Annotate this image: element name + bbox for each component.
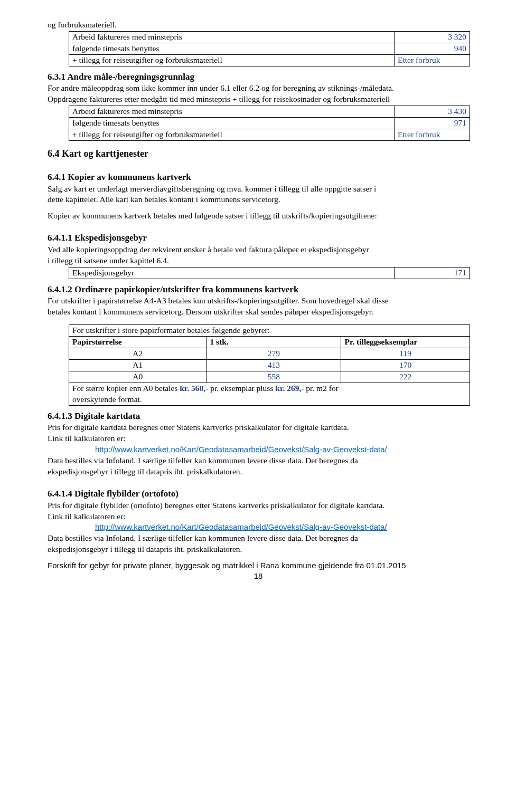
body-text: Link til kalkulatoren er: bbox=[48, 434, 469, 444]
heading-6414: 6.4.1.4 Digitale flybilder (ortofoto) bbox=[48, 489, 469, 500]
body-text: ekspedisjonsgebyr i tillegg til datapris… bbox=[48, 467, 469, 477]
table-row: Ekspedisjonsgebyr 171 bbox=[69, 267, 470, 279]
cell-value: 940 bbox=[395, 43, 470, 54]
table-row: Arbeid faktureres med minstepris 3 430 bbox=[69, 106, 470, 118]
cell-value: 3 430 bbox=[395, 106, 470, 118]
cell-value: 279 bbox=[206, 348, 341, 360]
link-line: http://www.kartverket.no/Kart/Geodatasam… bbox=[48, 445, 469, 455]
heading-631: 6.3.1 Andre måle-/beregningsgrunnlag bbox=[48, 72, 469, 83]
table-row: + tillegg for reiseutgifter og forbruksm… bbox=[69, 129, 470, 140]
cell-value: 119 bbox=[341, 348, 470, 360]
cell-value: 171 bbox=[395, 267, 470, 279]
cell-label: Arbeid faktureres med minstepris bbox=[69, 106, 395, 118]
cell-size: A1 bbox=[69, 360, 206, 371]
text-part: pr. m2 for bbox=[304, 384, 338, 393]
cell-value: Etter forbruk bbox=[395, 129, 470, 140]
price-bold: kr. 269,- bbox=[275, 384, 304, 393]
link-line: http://www.kartverket.no/Kart/Geodatasam… bbox=[48, 522, 469, 532]
heading-64: 6.4 Kart og karttjenester bbox=[48, 148, 469, 160]
table-minstepris-2: Arbeid faktureres med minstepris 3 430 f… bbox=[69, 106, 470, 141]
heading-6413: 6.4.1.3 Digitale kartdata bbox=[48, 411, 469, 422]
price-bold: kr. 568,- bbox=[180, 384, 208, 393]
body-text: dette kapittelet. Alle kart kan betales … bbox=[48, 195, 469, 205]
heading-6411: 6.4.1.1 Ekspedisjonsgebyr bbox=[48, 233, 469, 244]
cell-size: A2 bbox=[69, 348, 206, 360]
table-row: A0 558 222 bbox=[69, 371, 470, 383]
cell-value: 413 bbox=[206, 360, 341, 371]
table-row: A2 279 119 bbox=[69, 348, 470, 360]
cell-size: A0 bbox=[69, 371, 206, 383]
table-header-row: Papirstørrelse 1 stk. Pr. tilleggseksemp… bbox=[69, 337, 470, 348]
kartverket-link[interactable]: http://www.kartverket.no/Kart/Geodatasam… bbox=[95, 522, 387, 531]
body-text: ekspedisjonsgebyr i tillegg til datapris… bbox=[48, 544, 469, 555]
col-header: Papirstørrelse bbox=[69, 337, 206, 348]
col-header: 1 stk. bbox=[206, 337, 341, 348]
cell-value: 170 bbox=[341, 360, 470, 371]
table-row: følgende timesats benyttes 971 bbox=[69, 118, 470, 129]
kartverket-link[interactable]: http://www.kartverket.no/Kart/Geodatasam… bbox=[95, 445, 387, 454]
table-row: Arbeid faktureres med minstepris 3 320 bbox=[69, 31, 470, 43]
table-ekspedisjon: Ekspedisjonsgebyr 171 bbox=[69, 267, 470, 279]
cell-label: Ekspedisjonsgebyr bbox=[69, 267, 395, 279]
heading-641: 6.4.1 Kopier av kommunens kartverk bbox=[48, 172, 469, 183]
body-text: For andre måleoppdrag som ikke kommer in… bbox=[48, 83, 469, 93]
body-text: Pris for digitale flybilder (ortofoto) b… bbox=[48, 501, 469, 511]
body-text: betales kontant i kommunens servicetorg.… bbox=[48, 307, 469, 317]
table-footnote: overskytende format. bbox=[69, 394, 470, 405]
cell-value: 558 bbox=[206, 371, 341, 383]
cell-value: 971 bbox=[395, 118, 470, 129]
cell-label: Arbeid faktureres med minstepris bbox=[69, 31, 395, 43]
cell-label: + tillegg for reiseutgifter og forbruksm… bbox=[69, 129, 395, 140]
table-row: overskytende format. bbox=[69, 394, 470, 405]
cell-value: Etter forbruk bbox=[395, 54, 470, 66]
body-text: Oppdragene faktureres etter medgått tid … bbox=[48, 94, 469, 104]
cell-label: følgende timesats benyttes bbox=[69, 43, 395, 54]
table-row: + tillegg for reiseutgifter og forbruksm… bbox=[69, 54, 470, 66]
body-text: Ved alle kopieringsoppdrag der rekvirent… bbox=[48, 245, 469, 255]
body-text: og forbruksmateriell. bbox=[48, 20, 469, 30]
body-text: Link til kalkulatoren er: bbox=[48, 512, 469, 522]
table-papirformat: For utskrifter i store papirformater bet… bbox=[69, 324, 470, 405]
col-header: Pr. tilleggseksemplar bbox=[341, 337, 470, 348]
body-text: Kopier av kommunens kartverk betales med… bbox=[48, 211, 469, 221]
table-row: For utskrifter i store papirformater bet… bbox=[69, 325, 470, 337]
cell-label: + tillegg for reiseutgifter og forbruksm… bbox=[69, 54, 395, 66]
text-part: pr. eksemplar pluss bbox=[208, 384, 275, 393]
body-text: Salg av kart er underlagt merverdiavgift… bbox=[48, 184, 469, 194]
table-row: A1 413 170 bbox=[69, 360, 470, 371]
body-text: i tillegg til satsene under kapittel 6.4… bbox=[48, 256, 469, 266]
body-text: Data bestilles via Infoland. I særlige t… bbox=[48, 456, 469, 466]
body-text: Data bestilles via Infoland. I særlige t… bbox=[48, 533, 469, 543]
body-text: For utskrifter i papirstørrelse A4-A3 be… bbox=[48, 296, 469, 306]
table-footnote: For større kopier enn A0 betales kr. 568… bbox=[69, 383, 470, 394]
heading-6412: 6.4.1.2 Ordinære papirkopier/utskrifter … bbox=[48, 284, 469, 295]
cell-value: 3 320 bbox=[395, 31, 470, 43]
cell-value: 222 bbox=[341, 371, 470, 383]
body-text: Pris for digitale kartdata beregnes ette… bbox=[48, 423, 469, 433]
page-number: 18 bbox=[48, 571, 469, 581]
table-row: følgende timesats benyttes 940 bbox=[69, 43, 470, 54]
cell-label: følgende timesats benyttes bbox=[69, 118, 395, 129]
table-caption: For utskrifter i store papirformater bet… bbox=[69, 325, 470, 337]
table-row: For større kopier enn A0 betales kr. 568… bbox=[69, 383, 470, 394]
text-part: For større kopier enn A0 betales bbox=[72, 384, 180, 393]
page-footer: Forskrift for gebyr for private planer, … bbox=[48, 561, 469, 570]
table-minstepris-1: Arbeid faktureres med minstepris 3 320 f… bbox=[69, 31, 470, 66]
